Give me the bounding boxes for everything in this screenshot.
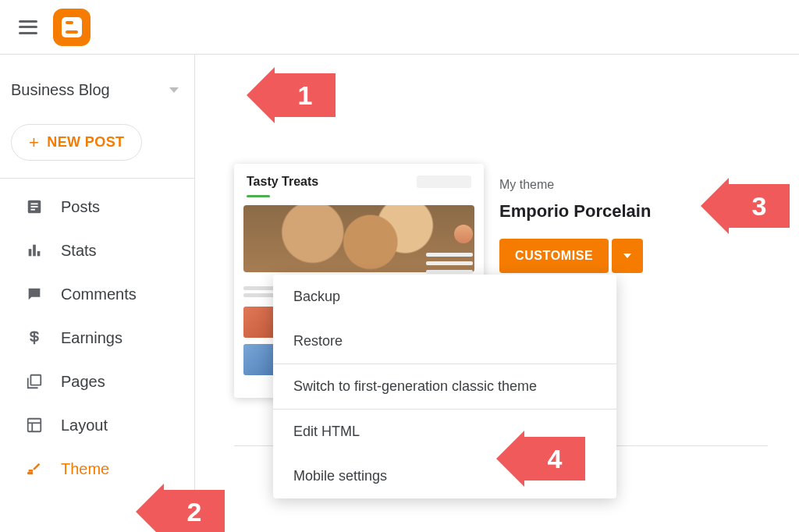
earnings-icon [25,328,44,347]
svg-rect-1 [30,203,37,204]
menu-item-restore[interactable]: Restore [273,319,616,364]
svg-rect-4 [29,249,32,256]
sidebar-item-earnings[interactable]: Earnings [0,316,194,360]
sidebar-item-layout[interactable]: Layout [0,403,194,447]
preview-title: Tasty Treats [247,175,318,189]
menu-item-classic-theme[interactable]: Switch to first-generation classic theme [273,364,616,409]
svg-rect-11 [29,470,34,472]
app-header [0,0,799,55]
hamburger-icon[interactable] [19,20,37,34]
sidebar-item-stats[interactable]: Stats [0,229,194,272]
stats-icon [25,241,44,260]
callout-number: 3 [729,184,790,228]
sidebar-item-comments[interactable]: Comments [0,272,194,316]
preview-avatar [454,225,473,243]
posts-icon [25,197,44,216]
sidebar-item-label: Theme [61,460,109,478]
sidebar: Business Blog + NEW POST Posts Stats Com… [0,55,195,532]
svg-rect-7 [30,375,41,385]
layout-icon [25,416,44,434]
sidebar-item-pages[interactable]: Pages [0,360,194,403]
svg-rect-5 [33,245,36,257]
comments-icon [25,285,44,303]
callout-2: 2 [136,484,225,532]
sidebar-item-posts[interactable]: Posts [0,185,194,229]
svg-rect-3 [30,209,35,211]
svg-rect-6 [37,251,41,256]
blog-name: Business Blog [11,81,110,99]
sidebar-item-label: Layout [61,417,108,434]
menu-item-backup[interactable]: Backup [273,275,616,319]
callout-number: 1 [275,73,336,117]
new-post-button[interactable]: + NEW POST [11,124,142,161]
customise-button[interactable]: CUSTOMISE [499,239,609,273]
callout-number: 2 [164,490,225,532]
divider [0,178,194,179]
new-post-label: NEW POST [47,134,124,151]
sidebar-item-label: Comments [61,286,137,303]
customise-dropdown-button[interactable] [612,239,643,273]
theme-info: My theme Emporio Porcelain CUSTOMISE [499,178,651,273]
pages-icon [25,372,44,391]
theme-name: Emporio Porcelain [499,201,651,222]
sidebar-item-label: Earnings [61,329,123,347]
callout-3: 3 [701,178,790,234]
callout-number: 4 [524,437,585,481]
svg-rect-8 [28,419,41,432]
callout-1: 1 [247,67,336,123]
svg-rect-2 [30,206,37,207]
chevron-down-icon [169,87,179,93]
preview-search-placeholder [417,176,471,188]
sidebar-item-label: Stats [61,242,97,260]
chevron-down-icon [623,254,631,258]
blog-selector[interactable]: Business Blog [0,70,194,110]
theme-icon [25,459,44,478]
blogger-logo[interactable] [53,9,91,46]
callout-4: 4 [496,431,585,487]
my-theme-label: My theme [499,178,651,192]
sidebar-item-label: Posts [61,198,100,216]
sidebar-item-label: Pages [61,373,105,391]
